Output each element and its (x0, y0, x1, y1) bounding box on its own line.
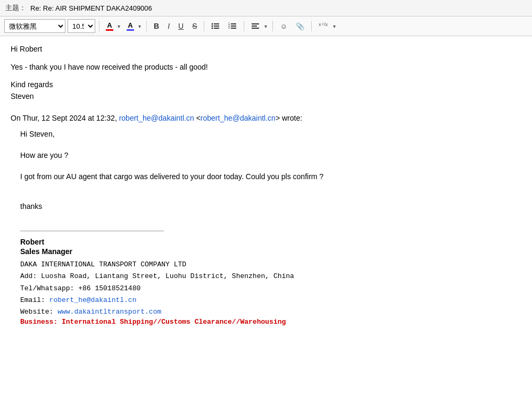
svg-rect-9 (231, 26, 236, 27)
toolbar-sep-1 (99, 21, 99, 31)
font-color-button[interactable]: A (103, 19, 116, 33)
quoted-greeting: Hi Steven, (20, 128, 521, 141)
font-color-dropdown[interactable]: ▾ (116, 19, 122, 33)
subject-value: Re: Re: AIR SHIPMENT DAKA2409006 (30, 4, 152, 12)
quoted-closing: thanks (20, 200, 521, 213)
sig-email-line: Email: robert_he@dakaintl.cn (20, 295, 521, 306)
toolbar-sep-6 (311, 21, 312, 31)
greeting-line: Hi Robert (11, 45, 521, 53)
svg-rect-13 (252, 26, 257, 27)
svg-rect-11 (231, 28, 236, 29)
toolbar: 微软雅黑 10.5 A ▾ A ▾ B I U S 1.2.3. ▾ ☺ 📎 (0, 16, 532, 36)
sig-name: Robert (20, 238, 521, 246)
reply-para1: Yes - thank you I have now received the … (11, 63, 521, 71)
italic-button[interactable]: I (164, 19, 173, 33)
font-size-select[interactable]: 10.5 (68, 19, 95, 33)
quoted-header: On Thur, 12 Sept 2024 at 12:32, robert_h… (11, 112, 521, 124)
svg-point-0 (212, 23, 213, 25)
highlight-button[interactable]: A (124, 19, 137, 33)
svg-rect-1 (214, 23, 219, 24)
sig-website-label: Website: (20, 308, 57, 316)
more-button[interactable]: x2/x (315, 19, 331, 33)
sig-email-label: Email: (20, 296, 49, 304)
sig-website-line: Website: www.dakaintltransport.com (20, 306, 521, 318)
sig-website-link[interactable]: www.dakaintltransport.com (57, 308, 161, 316)
highlight-indicator (127, 29, 134, 31)
attach-button[interactable]: 📎 (293, 19, 307, 33)
svg-text:x: x (319, 22, 321, 27)
svg-rect-5 (214, 28, 219, 29)
sig-divider (20, 231, 164, 231)
closing-block: Kind regards Steven (11, 79, 521, 103)
svg-rect-12 (252, 23, 259, 24)
more-dropdown[interactable]: ▾ (331, 19, 337, 33)
subject-bar: 主题： Re: Re: AIR SHIPMENT DAKA2409006 (0, 0, 532, 16)
font-name-select[interactable]: 微软雅黑 (4, 19, 65, 33)
toolbar-sep-5 (272, 21, 273, 31)
sig-email-link[interactable]: robert_he@dakaintl.cn (49, 296, 137, 304)
svg-rect-14 (252, 28, 259, 29)
quoted-block: Hi Steven, How are you ? I got from our … (11, 128, 521, 326)
svg-text:/x: /x (324, 22, 328, 27)
toolbar-sep-3 (204, 21, 204, 31)
editor-body[interactable]: Hi Robert Yes - thank you I have now rec… (0, 36, 532, 398)
sig-company: DAKA INTERNATIONAL TRANSPORT COMPANY LTD (20, 259, 521, 271)
sig-tel: Tel/Whatsapp: +86 15018521480 (20, 283, 521, 295)
closing-line2: Steven (11, 90, 521, 102)
closing-line1: Kind regards (11, 79, 521, 90)
quoted-email-link1[interactable]: robert_he@dakaintl.cn (119, 114, 194, 122)
sig-business: Business: International Shipping//Custom… (20, 318, 521, 326)
underline-button[interactable]: U (175, 19, 187, 33)
bold-button[interactable]: B (151, 19, 162, 33)
sig-address: Add: Luosha Road, Liantang Street, Luohu… (20, 271, 521, 282)
quoted-para2: I got from our AU agent that cargo was d… (20, 171, 521, 183)
align-dropdown[interactable]: ▾ (263, 19, 269, 33)
svg-text:3.: 3. (228, 26, 230, 29)
sig-title: Sales Manager (20, 247, 521, 256)
highlight-dropdown[interactable]: ▾ (137, 19, 143, 33)
toolbar-sep-4 (244, 21, 244, 31)
quoted-header-pre: On Thur, 12 Sept 2024 at 12:32, (11, 114, 117, 122)
svg-point-2 (212, 26, 213, 27)
align-button[interactable] (248, 19, 263, 33)
numbered-list-button[interactable]: 1.2.3. (225, 19, 240, 33)
highlight-icon: A (128, 22, 132, 29)
quoted-para1: How are you ? (20, 149, 521, 162)
subject-label: 主题： (5, 3, 26, 13)
svg-rect-7 (231, 23, 236, 24)
strikethrough-button[interactable]: S (189, 19, 200, 33)
svg-rect-3 (214, 26, 219, 27)
quoted-email-link2[interactable]: robert_he@dakaintl.cn (201, 114, 276, 122)
font-color-indicator (106, 29, 113, 31)
emoji-button[interactable]: ☺ (277, 19, 290, 33)
font-color-icon: A (107, 22, 112, 29)
toolbar-sep-2 (146, 21, 147, 31)
svg-point-4 (212, 28, 213, 29)
bullet-list-button[interactable] (208, 19, 223, 33)
